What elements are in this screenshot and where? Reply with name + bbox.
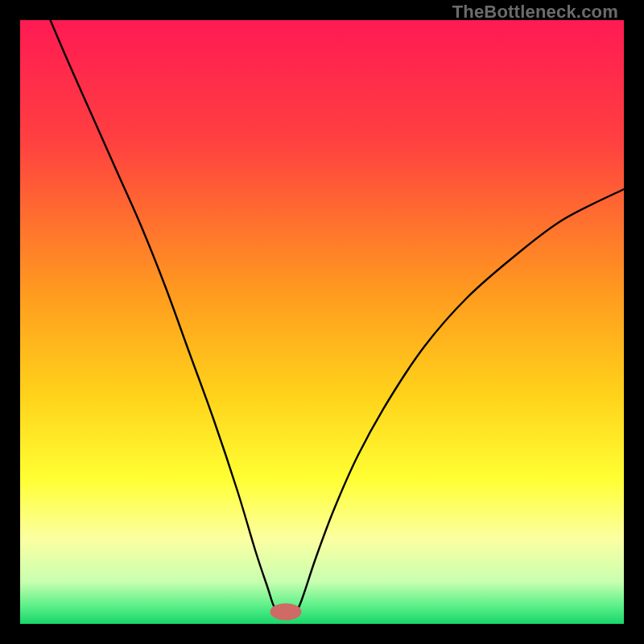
bottleneck-curve-chart	[20, 20, 624, 624]
optimal-point-marker	[270, 604, 302, 621]
plot-area	[20, 20, 624, 624]
gradient-background	[20, 20, 624, 624]
chart-frame: TheBottleneck.com	[0, 0, 644, 644]
